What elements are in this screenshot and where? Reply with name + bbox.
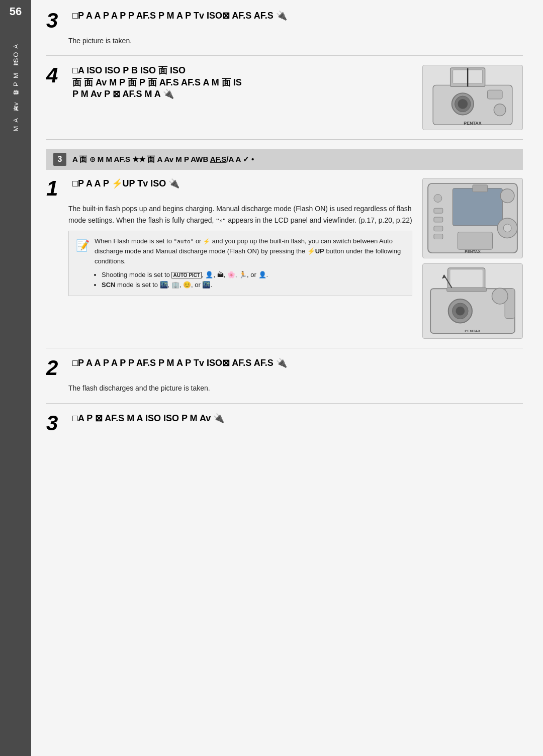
svg-rect-10 <box>453 188 503 226</box>
svg-rect-24 <box>450 270 483 288</box>
svg-rect-6 <box>488 90 503 100</box>
step-4-image-col: PENTAX <box>422 65 523 130</box>
svg-rect-16 <box>434 234 443 239</box>
step-2-header: 2 □P A A P A P P AF.S P M A P Tv ISO⊠ AF… <box>46 357 523 379</box>
step-3-bottom-number: 3 <box>46 413 65 434</box>
step-3-top-number: 3 <box>46 10 65 31</box>
step-3-bottom-header: 3 □A P ⊠ AF.S M A ISO ISO P M Av 🔌 <box>46 413 523 434</box>
camera-top-flash-image: PENTAX <box>422 263 523 339</box>
svg-text:PENTAX: PENTAX <box>464 121 481 126</box>
section-banner: 3 A 面 ⊙ M M AF.S ★★ 面 A Av M P AWB AF.S/… <box>46 149 523 170</box>
main-content: 3 □P A A P A P P AF.S P M A P Tv ISO⊠ AF… <box>31 0 543 756</box>
svg-point-31 <box>492 289 508 305</box>
section-banner-text: A 面 ⊙ M M AF.S ★★ 面 A Av M P AWB AF.S/A … <box>72 155 254 164</box>
step-2-number: 2 <box>46 357 65 379</box>
step-1-description: The built-in flash pops up and begins ch… <box>68 203 412 226</box>
step-2-section: 2 □P A A P A P P AF.S P M A P Tv ISO⊠ AF… <box>46 357 523 403</box>
svg-point-5 <box>458 99 468 109</box>
step-1-header: 1 □P A A P ⚡UP Tv ISO 🔌 <box>46 178 412 199</box>
step-4-header: 4 □A ISO ISO P B ISO 面 ISO 面 面 Av M P 面 … <box>46 65 412 100</box>
step-3-bottom-section: 3 □A P ⊠ AF.S M A ISO ISO P M Av 🔌 <box>46 413 523 447</box>
step-3-top-description: The picture is taken. <box>68 35 523 46</box>
section-3-marker: 3 <box>53 153 66 166</box>
step-1-text-col: 1 □P A A P ⚡UP Tv ISO 🔌 The built-in fla… <box>46 178 412 296</box>
step-1-number: 1 <box>46 178 65 199</box>
sidebar: 56 M A 面 Av 暇 B P M 面 ISO A <box>0 0 31 756</box>
step-2-description: The flash discharges and the picture is … <box>68 383 523 394</box>
svg-text:PENTAX: PENTAX <box>465 329 481 334</box>
memo-text: When Flash mode is set to "auto" or ⚡ an… <box>95 236 405 291</box>
step-4-title: □A ISO ISO P B ISO 面 ISO 面 面 Av M P 面 P … <box>72 65 412 100</box>
step-2-title: □P A A P A P P AF.S P M A P Tv ISO⊠ AF.S… <box>72 357 523 369</box>
svg-marker-26 <box>442 275 446 279</box>
step-3-top-header: 3 □P A A P A P P AF.S P M A P Tv ISO⊠ AF… <box>46 10 523 31</box>
camera-back-image: PENTAX <box>422 178 523 258</box>
step-4-text: 4 □A ISO ISO P B ISO 面 ISO 面 面 Av M P 面 … <box>46 65 412 104</box>
bullet-scn-mode: SCN mode is set to 🌃, 🏢, 😊, or 🌃. <box>102 280 405 291</box>
svg-point-19 <box>503 224 511 232</box>
svg-point-7 <box>494 104 506 116</box>
step-1-title: □P A A P ⚡UP Tv ISO 🔌 <box>72 178 412 190</box>
svg-rect-15 <box>434 226 443 231</box>
sidebar-section-label: M A 面 Av 暇 B P M 面 ISO A <box>12 43 20 131</box>
step-1-image-col: PENTAX <box>422 178 523 339</box>
svg-rect-25 <box>447 288 487 292</box>
svg-point-12 <box>434 195 442 203</box>
page-wrapper: 56 M A 面 Av 暇 B P M 面 ISO A 3 □P A A P A… <box>0 0 543 756</box>
memo-icon: 📝 <box>76 237 89 254</box>
svg-rect-11 <box>473 185 488 192</box>
page-number: 56 <box>10 5 22 18</box>
step-4-section: 4 □A ISO ISO P B ISO 面 ISO 面 面 Av M P 面 … <box>46 65 523 140</box>
step-3-bottom-title: □A P ⊠ AF.S M A ISO ISO P M Av 🔌 <box>72 413 523 424</box>
svg-point-17 <box>500 189 514 203</box>
step-4-number: 4 <box>46 65 65 86</box>
bullet-shooting-mode: Shooting mode is set to AUTO PICT, 👤, 🏔,… <box>102 270 405 280</box>
svg-point-30 <box>456 307 465 316</box>
camera-flash-top-image: PENTAX <box>422 65 523 130</box>
svg-rect-20 <box>458 232 492 250</box>
svg-rect-13 <box>434 209 443 214</box>
step-1-section: 1 □P A A P ⚡UP Tv ISO 🔌 The built-in fla… <box>46 178 523 348</box>
memo-bullet-list: Shooting mode is set to AUTO PICT, 👤, 🏔,… <box>95 270 405 291</box>
step-1-body: 1 □P A A P ⚡UP Tv ISO 🔌 The built-in fla… <box>46 178 523 339</box>
svg-rect-14 <box>434 217 443 222</box>
step-3-top-title: □P A A P A P P AF.S P M A P Tv ISO⊠ AF.S… <box>72 10 523 22</box>
step-4-body: 4 □A ISO ISO P B ISO 面 ISO 面 面 Av M P 面 … <box>46 65 523 130</box>
svg-text:PENTAX: PENTAX <box>465 250 481 254</box>
memo-box: 📝 When Flash mode is set to "auto" or ⚡ … <box>68 231 412 296</box>
step-3-top-section: 3 □P A A P A P P AF.S P M A P Tv ISO⊠ AF… <box>46 10 523 56</box>
sidebar-vertical-text: M A 面 Av 暇 B P M 面 ISO A <box>12 43 20 131</box>
